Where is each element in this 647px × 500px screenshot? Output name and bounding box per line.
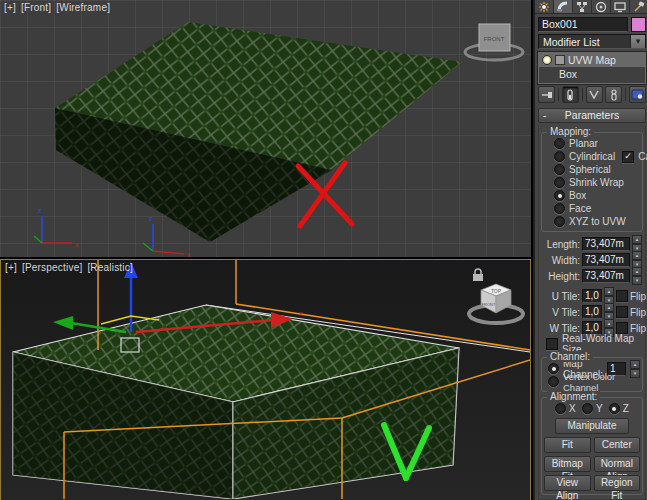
radio-spherical[interactable] — [554, 164, 565, 175]
viewport-view-menu[interactable]: [Perspective] — [22, 262, 82, 273]
align-x[interactable]: X — [555, 403, 576, 414]
v-tile-label: V Tile: — [540, 307, 580, 318]
box-object-front[interactable] — [55, 22, 462, 242]
chevron-down-icon: ▾ — [630, 35, 645, 48]
height-field[interactable]: 73,407m — [582, 269, 630, 283]
alignment-axes-row: X Y Z — [544, 402, 640, 415]
viewport-view-menu[interactable]: [Front] — [21, 2, 51, 13]
parameters-rollout-body: Mapping: Planar Cylindrical ✓ Cap Spheri… — [538, 125, 646, 500]
show-end-result-button[interactable] — [562, 86, 579, 103]
pin-stack-button[interactable] — [538, 86, 555, 103]
vertex-channel-row[interactable]: Vertex Color Channel — [544, 375, 640, 388]
radio-align-z[interactable] — [609, 403, 620, 414]
viewport-perspective[interactable]: [+] [Perspective] [Realistic] — [0, 259, 531, 500]
viewport-menu-button[interactable]: [+] — [4, 2, 16, 13]
manipulate-button[interactable]: Manipulate — [555, 418, 629, 434]
command-panel: Box001 Modifier List ▾ UVW Map Box — [533, 0, 647, 500]
mapping-option-planar[interactable]: Planar — [544, 137, 640, 150]
cap-checkbox[interactable]: ✓ — [622, 151, 634, 163]
modifier-list-dropdown[interactable]: Modifier List ▾ — [538, 34, 646, 49]
length-row: Length: 73,407m ▴▾ — [540, 236, 644, 252]
front-viewport-canvas[interactable]: z x z x FRONT — [0, 0, 531, 257]
lock-icon — [475, 269, 481, 274]
tab-utilities[interactable] — [630, 0, 647, 13]
mapping-option-spherical[interactable]: Spherical — [544, 163, 640, 176]
center-button[interactable]: Center — [594, 437, 641, 453]
parameters-rollout-header[interactable]: - Parameters — [538, 108, 646, 123]
svg-text:z: z — [38, 207, 42, 214]
option-label: Box — [569, 190, 586, 201]
tab-create[interactable] — [535, 0, 554, 13]
viewport-persp-label: [+] [Perspective] [Realistic] — [5, 262, 135, 273]
radio-cylindrical[interactable] — [554, 151, 565, 162]
region-fit-button[interactable]: Region Fit — [594, 475, 641, 491]
divider — [625, 88, 626, 101]
viewport-front-label: [+] [Front] [Wireframe] — [4, 2, 112, 13]
height-row: Height: 73,407m ▴▾ — [540, 268, 644, 284]
tab-display[interactable] — [611, 0, 630, 13]
radio-map-channel[interactable] — [548, 363, 559, 374]
utilities-icon — [633, 1, 645, 13]
mapping-option-cylindrical[interactable]: Cylindrical ✓ Cap — [544, 150, 640, 163]
length-field[interactable]: 73,407m — [582, 237, 630, 251]
persp-viewport-canvas[interactable]: x TOP FRONT — [1, 260, 530, 499]
vertex-channel-label: Vertex Color Channel — [563, 371, 640, 393]
cap-label: Cap — [638, 151, 647, 162]
modifier-stack: UVW Map Box — [538, 52, 646, 84]
mapping-option-face[interactable]: Face — [544, 202, 640, 215]
viewport-menu-button[interactable]: [+] — [5, 262, 17, 273]
radio-planar[interactable] — [554, 138, 565, 149]
make-unique-button[interactable] — [586, 86, 603, 103]
view-align-button[interactable]: View Align — [544, 475, 591, 491]
mapping-option-xyz-to-uvw[interactable]: XYZ to UVW — [544, 215, 640, 228]
v-flip-checkbox[interactable] — [616, 306, 628, 318]
align-y[interactable]: Y — [582, 403, 603, 414]
stack-item-box[interactable]: Box — [539, 67, 645, 81]
width-field[interactable]: 73,407m — [582, 253, 630, 267]
viewcube-persp[interactable]: TOP FRONT — [469, 269, 523, 323]
option-label: Spherical — [569, 164, 611, 175]
radio-align-y[interactable] — [582, 403, 593, 414]
object-color-swatch[interactable] — [631, 17, 646, 32]
w-tile-label: W Tile: — [540, 323, 580, 334]
u-tile-label: U Tile: — [540, 291, 580, 302]
remove-modifier-button[interactable] — [605, 86, 622, 103]
configure-modifier-sets-button[interactable] — [629, 86, 646, 103]
mapping-group: Mapping: Planar Cylindrical ✓ Cap Spheri… — [541, 132, 643, 232]
tab-hierarchy[interactable] — [573, 0, 592, 13]
radio-vertex-color[interactable] — [548, 376, 559, 387]
align-z[interactable]: Z — [609, 403, 629, 414]
viewport-shading-menu[interactable]: [Wireframe] — [56, 2, 110, 13]
display-icon — [614, 1, 626, 13]
radio-align-x[interactable] — [555, 403, 566, 414]
pin-stack-icon — [541, 90, 553, 100]
alignment-group-title: Alignment: — [547, 391, 600, 402]
bitmap-fit-button[interactable]: Bitmap Fit — [544, 456, 591, 472]
svg-text:TOP: TOP — [491, 288, 502, 294]
u-flip-checkbox[interactable] — [616, 290, 628, 302]
mapping-option-box[interactable]: Box — [544, 189, 640, 202]
real-world-checkbox[interactable] — [546, 338, 558, 350]
3dsmax-window: [+] [Front] [Wireframe] — [0, 0, 647, 500]
tab-modify[interactable] — [554, 0, 573, 13]
gizmo-y-axis[interactable] — [53, 316, 73, 330]
height-spinner[interactable]: ▴▾ — [632, 267, 642, 285]
radio-xyz-to-uvw[interactable] — [554, 216, 565, 227]
radio-shrink-wrap[interactable] — [554, 177, 565, 188]
v-tile-field[interactable]: 1,0 — [582, 305, 602, 319]
viewport-shading-menu[interactable]: [Realistic] — [87, 262, 133, 273]
lightbulb-icon[interactable] — [542, 55, 552, 65]
radio-face[interactable] — [554, 203, 565, 214]
mapping-option-shrink-wrap[interactable]: Shrink Wrap — [544, 176, 640, 189]
viewport-front[interactable]: [+] [Front] [Wireframe] — [0, 0, 531, 257]
viewcube-front[interactable]: FRONT — [465, 24, 523, 60]
u-tile-field[interactable]: 1,0 — [582, 289, 602, 303]
object-name-field[interactable]: Box001 — [538, 17, 628, 32]
stack-item-uvw-map[interactable]: UVW Map — [539, 53, 645, 67]
radio-box[interactable] — [554, 190, 565, 201]
normal-align-button[interactable]: Normal Align — [594, 456, 641, 472]
divider — [582, 88, 583, 101]
width-label: Width: — [540, 255, 580, 266]
fit-button[interactable]: Fit — [544, 437, 591, 453]
tab-motion[interactable] — [592, 0, 611, 13]
